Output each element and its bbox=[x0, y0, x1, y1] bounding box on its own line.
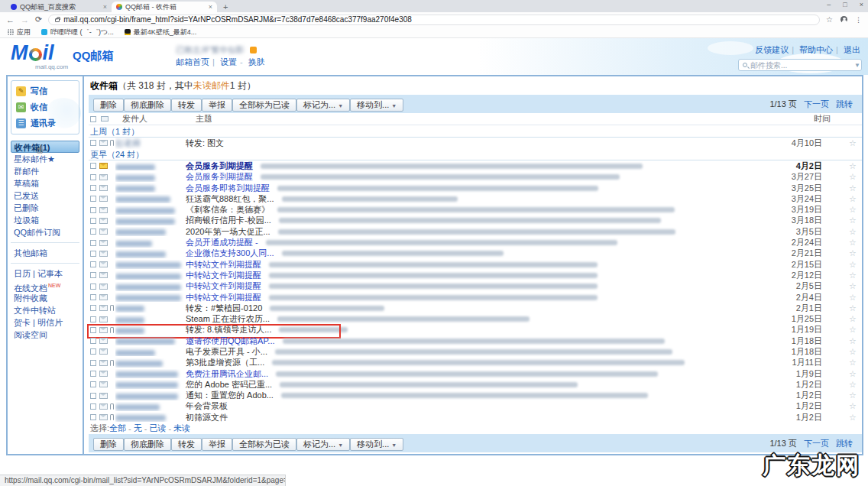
mail-subject[interactable]: 通知：重置您的 Adob... bbox=[186, 390, 274, 401]
toolbar-button[interactable]: 全部标为已读 bbox=[232, 99, 296, 112]
star-icon[interactable]: ☆ bbox=[847, 248, 859, 258]
mail-row[interactable]: 电子发票已开具 - 小...1月18日☆ bbox=[89, 346, 862, 357]
row-checkbox[interactable] bbox=[90, 261, 96, 267]
mail-subject[interactable]: 企业微信支持300人同... bbox=[186, 248, 274, 259]
mail-subject[interactable]: 会员服务即将到期提醒 bbox=[186, 183, 270, 194]
star-icon[interactable]: ☆ bbox=[847, 194, 859, 204]
mail-row[interactable]: 会员开通成功提醒 -2月24日☆ bbox=[89, 237, 862, 248]
row-checkbox[interactable] bbox=[90, 140, 96, 146]
sidebar-other-mailbox[interactable]: 其他邮箱 bbox=[11, 247, 79, 259]
unread-count-highlight[interactable]: 未读邮件 bbox=[193, 79, 230, 92]
star-icon[interactable]: ☆ bbox=[847, 260, 859, 270]
star-icon[interactable]: ☆ bbox=[847, 271, 859, 280]
row-checkbox[interactable] bbox=[90, 272, 96, 278]
star-icon[interactable]: ☆ bbox=[847, 161, 859, 171]
select-option-3[interactable]: 未读 bbox=[173, 423, 190, 434]
mail-subject[interactable]: 中转站文件到期提醒 bbox=[186, 259, 261, 271]
row-checkbox[interactable] bbox=[90, 228, 96, 235]
mail-subject[interactable]: 中转站文件到期提醒 bbox=[186, 280, 261, 292]
star-icon[interactable]: ☆ bbox=[847, 314, 859, 324]
logout-link[interactable]: 退出 bbox=[844, 45, 860, 54]
nav-skin-link[interactable]: 换肤 bbox=[248, 57, 265, 66]
row-checkbox[interactable] bbox=[90, 196, 96, 202]
star-icon[interactable]: ☆ bbox=[847, 347, 859, 357]
url-field[interactable]: mail.qq.com/cgi-bin/frame_html?sid=YArNP… bbox=[48, 15, 820, 25]
row-checkbox[interactable] bbox=[90, 393, 96, 399]
sidebar-tool-item[interactable]: 在线文档NEW bbox=[11, 280, 79, 292]
feedback-link[interactable]: 反馈建议 bbox=[755, 45, 789, 54]
tab-close-icon[interactable]: × bbox=[209, 3, 212, 11]
browser-menu-icon[interactable]: ⋮ bbox=[855, 16, 862, 24]
star-icon[interactable]: ☆ bbox=[847, 172, 859, 182]
new-tab-button[interactable]: + bbox=[223, 2, 228, 11]
sidebar-folder-item[interactable]: 群邮件 bbox=[11, 165, 79, 177]
sidebar-tool-item[interactable]: 贺卡 | 明信片 bbox=[11, 316, 79, 329]
star-icon[interactable]: ☆ bbox=[847, 401, 859, 411]
close-icon[interactable]: × bbox=[860, 1, 863, 8]
mail-subject[interactable]: 您的 Adobe 密码已重... bbox=[186, 379, 272, 390]
star-icon[interactable]: ☆ bbox=[847, 358, 859, 368]
row-checkbox[interactable] bbox=[90, 414, 96, 420]
mail-subject[interactable]: 会员开通成功提醒 - bbox=[186, 237, 258, 248]
mail-subject[interactable]: 中转站文件到期提醒 bbox=[186, 270, 261, 281]
nav-settings-link[interactable]: 设置 bbox=[220, 57, 237, 66]
star-icon[interactable]: ☆ bbox=[847, 227, 859, 237]
star-icon[interactable]: ☆ bbox=[847, 281, 859, 291]
group-header[interactable]: 更早（24 封） bbox=[89, 148, 862, 160]
star-icon[interactable]: ☆ bbox=[847, 325, 859, 335]
mail-subject[interactable]: 会员服务到期提醒 bbox=[186, 171, 253, 183]
mail-row[interactable]: 中转站文件到期提醒2月12日☆ bbox=[89, 270, 862, 280]
mail-row[interactable]: 您的 Adobe 密码已重...1月2日☆ bbox=[89, 379, 862, 390]
mail-row[interactable]: 招商银行信用卡-校园...3月18日☆ bbox=[89, 215, 862, 226]
star-icon[interactable]: ☆ bbox=[847, 183, 859, 193]
mail-row[interactable]: 邀请你使用QQ邮箱AP...1月18日☆ bbox=[89, 335, 862, 346]
mail-row[interactable]: 2020年第一场大促正...3月5日☆ bbox=[89, 226, 862, 237]
mail-subject[interactable]: 邀请你使用QQ邮箱AP... bbox=[186, 335, 275, 347]
mail-row[interactable]: 狂送霸气888红包，聚...3月24日☆ bbox=[89, 193, 862, 204]
mail-row[interactable]: 企业微信支持300人同...2月21日☆ bbox=[89, 248, 862, 259]
mail-row[interactable]: 转发：#繁植园-01202月1日☆ bbox=[89, 303, 862, 313]
toolbar-button[interactable]: 删除 bbox=[93, 438, 124, 451]
star-icon[interactable]: ☆ bbox=[847, 380, 859, 390]
bookmark-star-icon[interactable]: ☆ bbox=[826, 15, 833, 24]
toolbar-button[interactable]: 彻底删除 bbox=[124, 438, 171, 451]
mail-subject[interactable]: 狂送霸气888红包，聚... bbox=[186, 193, 274, 205]
mail-row[interactable]: 中转站文件到期提醒2月15日☆ bbox=[89, 259, 862, 270]
mail-subject[interactable]: 第3批虚增资源（工... bbox=[186, 357, 264, 368]
next-page-link[interactable]: 下一页 bbox=[804, 439, 829, 448]
sidebar-action-compose[interactable]: ✎写信 bbox=[16, 83, 79, 99]
mail-row[interactable]: 转发: 8.镇领导走访人...1月19日☆ bbox=[89, 325, 862, 335]
sidebar-folder-item[interactable]: 草稿箱 bbox=[11, 177, 79, 190]
mail-row[interactable]: 中转站文件到期提醒2月5日☆ bbox=[89, 281, 862, 292]
sidebar-tool-item[interactable]: 附件收藏 bbox=[11, 292, 79, 304]
row-checkbox[interactable] bbox=[90, 305, 96, 311]
column-time[interactable]: 时间 bbox=[782, 113, 862, 125]
row-checkbox[interactable] bbox=[90, 381, 96, 387]
sidebar-folder-item[interactable]: 收件箱(1) bbox=[11, 141, 79, 153]
mail-subject[interactable]: 2020年第一场大促正... bbox=[186, 226, 270, 238]
mail-subject[interactable]: 《刺客信条：奥德赛》 bbox=[186, 204, 270, 215]
star-icon[interactable]: ☆ bbox=[847, 413, 859, 423]
sidebar-folder-item[interactable]: 已发送 bbox=[11, 190, 79, 202]
toolbar-dropdown-button[interactable]: 标记为...▼ bbox=[296, 438, 350, 451]
row-checkbox[interactable] bbox=[90, 284, 96, 290]
minimize-icon[interactable]: – bbox=[827, 1, 831, 8]
sidebar-tool-item[interactable]: 日历 | 记事本 bbox=[11, 267, 79, 280]
tab-baidu-search[interactable]: QQ邮箱_百度搜索 × bbox=[6, 2, 112, 12]
toolbar-button[interactable]: 转发 bbox=[171, 99, 202, 112]
select-option-2[interactable]: 已读 bbox=[149, 423, 166, 434]
star-icon[interactable]: ☆ bbox=[847, 336, 859, 346]
group-header[interactable]: 上周（1 封） bbox=[89, 125, 862, 138]
sidebar-tool-item[interactable]: 文件中转站 bbox=[11, 304, 79, 316]
mail-subject[interactable]: 免费注册腾讯企业邮... bbox=[186, 368, 268, 380]
profile-avatar-icon[interactable] bbox=[840, 16, 847, 23]
tab-qqmail-inbox[interactable]: QQ邮箱 - 收件箱 × bbox=[112, 2, 217, 12]
row-checkbox[interactable] bbox=[90, 251, 96, 257]
help-center-link[interactable]: 帮助中心 bbox=[799, 45, 833, 54]
mail-row[interactable]: 会员服务即将到期提醒3月25日☆ bbox=[89, 183, 862, 193]
select-all-checkbox[interactable] bbox=[90, 116, 96, 122]
tab-close-icon[interactable]: × bbox=[103, 3, 107, 11]
star-icon[interactable]: ☆ bbox=[847, 215, 859, 225]
toolbar-dropdown-button[interactable]: 移动到...▼ bbox=[350, 438, 403, 451]
star-icon[interactable]: ☆ bbox=[847, 303, 859, 313]
